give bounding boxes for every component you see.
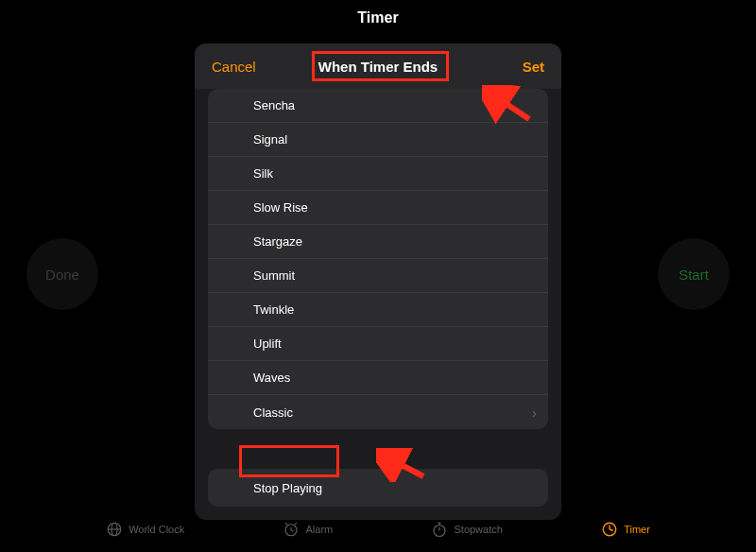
sound-label: Twinkle bbox=[253, 302, 294, 317]
sound-label: Summit bbox=[253, 268, 295, 283]
sound-label: Sencha bbox=[253, 98, 295, 112]
done-button[interactable]: Done bbox=[26, 238, 98, 310]
sound-list-container: SenchaSignalSilkSlow RiseStargazeSummitT… bbox=[195, 89, 561, 456]
sound-item[interactable]: Waves bbox=[208, 361, 548, 395]
sound-label: Uplift bbox=[253, 336, 282, 351]
svg-line-5 bbox=[291, 530, 293, 532]
page-title: Timer bbox=[0, 9, 756, 26]
sound-item[interactable]: Slow Rise bbox=[208, 191, 548, 225]
cancel-button[interactable]: Cancel bbox=[212, 59, 256, 75]
sound-item[interactable]: Sencha bbox=[208, 89, 548, 123]
sound-item[interactable]: Summit bbox=[208, 259, 548, 293]
sound-item[interactable]: Signal bbox=[208, 123, 548, 157]
stopwatch-icon bbox=[431, 521, 448, 538]
sound-label: Waves bbox=[253, 371, 290, 385]
tab-item[interactable]: Timer bbox=[601, 521, 650, 538]
globe-icon bbox=[106, 521, 123, 538]
tab-item[interactable]: Stopwatch bbox=[431, 521, 502, 538]
modal-header: Cancel When Timer Ends Set bbox=[195, 43, 561, 89]
modal-when-timer-ends: Cancel When Timer Ends Set SenchaSignalS… bbox=[195, 43, 561, 520]
tab-label: Timer bbox=[624, 524, 650, 535]
tab-item[interactable]: World Clock bbox=[106, 521, 184, 538]
timer-icon bbox=[601, 521, 618, 538]
sound-label: Silk bbox=[253, 166, 273, 181]
svg-line-7 bbox=[295, 523, 297, 525]
sound-item[interactable]: Stargaze bbox=[208, 225, 548, 259]
alarm-icon bbox=[283, 521, 300, 538]
sound-label: Stargaze bbox=[253, 234, 302, 249]
svg-line-6 bbox=[285, 523, 287, 525]
sound-label: Signal bbox=[253, 132, 287, 147]
tab-item[interactable]: Alarm bbox=[283, 521, 333, 538]
tab-label: World Clock bbox=[129, 524, 184, 535]
tab-label: Stopwatch bbox=[454, 524, 502, 535]
sound-label: Classic bbox=[253, 405, 293, 420]
sound-item[interactable]: Uplift bbox=[208, 327, 548, 361]
tab-label: Alarm bbox=[305, 524, 333, 535]
set-button[interactable]: Set bbox=[523, 59, 544, 75]
sound-list: SenchaSignalSilkSlow RiseStargazeSummitT… bbox=[208, 89, 548, 429]
sound-item[interactable]: Classic› bbox=[208, 395, 548, 429]
tab-bar: World ClockAlarmStopwatchTimer bbox=[0, 507, 756, 552]
start-button[interactable]: Start bbox=[658, 238, 730, 310]
sound-label: Slow Rise bbox=[253, 200, 308, 215]
stop-playing-label: Stop Playing bbox=[253, 481, 322, 495]
chevron-right-icon: › bbox=[532, 405, 537, 421]
svg-line-14 bbox=[610, 529, 613, 531]
sound-item[interactable]: Silk bbox=[208, 157, 548, 191]
stop-playing-button[interactable]: Stop Playing bbox=[208, 469, 548, 507]
sound-item[interactable]: Twinkle bbox=[208, 293, 548, 327]
